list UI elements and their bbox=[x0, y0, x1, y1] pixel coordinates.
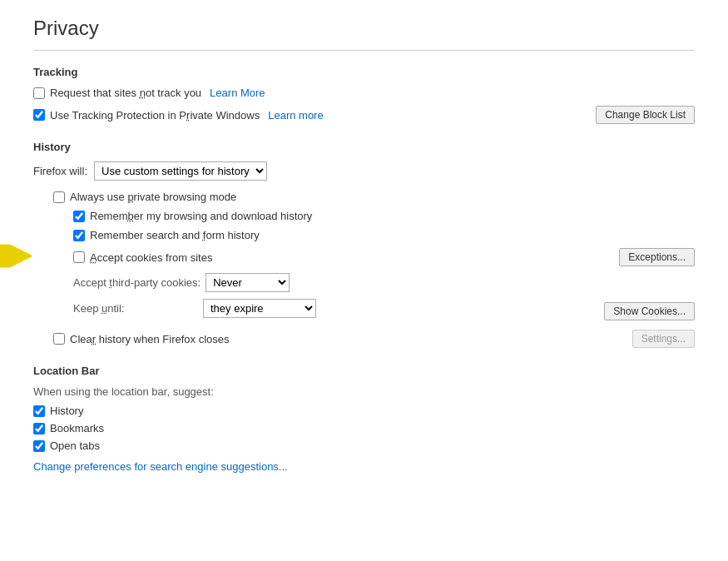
firefox-will-label: Firefox will: bbox=[33, 165, 87, 177]
always-private-row: Always use private browsing mode bbox=[53, 191, 695, 203]
open-tabs-suggestion-checkbox[interactable] bbox=[33, 440, 45, 452]
change-block-list-button[interactable]: Change Block List bbox=[596, 106, 695, 124]
clear-history-row: Clear history when Firefox closes Settin… bbox=[33, 330, 695, 348]
learn-more-link-1[interactable]: Learn More bbox=[210, 87, 265, 99]
accept-cookies-label[interactable]: Accept cookies from sites bbox=[73, 251, 212, 264]
exceptions-button[interactable]: Exceptions... bbox=[619, 248, 695, 266]
third-party-dropdown[interactable]: Never Always From visited bbox=[206, 273, 290, 292]
third-party-label: Accept third-party cookies: bbox=[73, 276, 201, 289]
remember-browsing-row: Remember my browsing and download histor… bbox=[73, 210, 695, 222]
bookmarks-suggestion-checkbox[interactable] bbox=[33, 423, 45, 434]
remember-browsing-label[interactable]: Remember my browsing and download histor… bbox=[73, 210, 312, 222]
accept-cookies-checkbox[interactable] bbox=[73, 251, 85, 263]
history-suggestion-checkbox[interactable] bbox=[33, 405, 45, 417]
accept-cookies-row: Accept cookies from sites Exceptions... bbox=[33, 248, 695, 266]
remember-browsing-checkbox[interactable] bbox=[73, 211, 85, 222]
title-divider bbox=[33, 50, 695, 51]
history-section: History Firefox will: Use custom setting… bbox=[33, 141, 695, 348]
open-tabs-suggestion-text: Open tabs bbox=[50, 439, 100, 452]
history-suggestion-label[interactable]: History bbox=[33, 405, 695, 417]
tracking-row2: Use Tracking Protection in Private Windo… bbox=[33, 106, 695, 124]
bookmarks-suggestion-text: Bookmarks bbox=[50, 422, 104, 434]
history-suggestion-text: History bbox=[50, 405, 83, 417]
accept-cookies-left: Accept cookies from sites bbox=[33, 251, 212, 264]
yellow-arrow bbox=[0, 245, 32, 271]
keep-until-row: Keep until: they expire I close Firefox … bbox=[33, 299, 695, 323]
remember-search-checkbox[interactable] bbox=[73, 230, 85, 241]
always-private-checkbox[interactable] bbox=[53, 191, 65, 203]
tracking-row1-label[interactable]: Request that sites not track you bbox=[33, 87, 201, 99]
tracking-section-title: Tracking bbox=[33, 66, 695, 78]
tracking-protection-label[interactable]: Use Tracking Protection in Private Windo… bbox=[33, 109, 260, 122]
keep-until-label: Keep until: bbox=[73, 302, 198, 315]
tracking-protection-checkbox[interactable] bbox=[33, 109, 45, 121]
location-bar-section-title: Location Bar bbox=[33, 365, 695, 377]
learn-more-link-2[interactable]: Learn more bbox=[268, 109, 323, 122]
change-prefs-link[interactable]: Change preferences for search engine sug… bbox=[33, 460, 288, 473]
remember-search-row: Remember search and form history bbox=[73, 229, 695, 241]
location-bar-description: When using the location bar, suggest: bbox=[33, 385, 695, 398]
tracking-row1: Request that sites not track you Learn M… bbox=[33, 87, 695, 99]
track-checkbox[interactable] bbox=[33, 87, 45, 99]
keep-until-dropdown[interactable]: they expire I close Firefox ask me every… bbox=[203, 299, 316, 318]
settings-button[interactable]: Settings... bbox=[632, 330, 695, 348]
open-tabs-suggestion-label[interactable]: Open tabs bbox=[33, 439, 695, 452]
location-bar-section: Location Bar When using the location bar… bbox=[33, 365, 695, 473]
clear-history-checkbox[interactable] bbox=[53, 333, 65, 345]
page-title: Privacy bbox=[33, 17, 695, 40]
show-cookies-button[interactable]: Show Cookies... bbox=[604, 302, 695, 320]
always-private-label[interactable]: Always use private browsing mode bbox=[53, 191, 236, 203]
firefox-will-row: Firefox will: Use custom settings for hi… bbox=[33, 161, 695, 181]
remember-search-label[interactable]: Remember search and form history bbox=[73, 229, 260, 241]
tracking-section: Tracking Request that sites not track yo… bbox=[33, 66, 695, 124]
history-section-title: History bbox=[33, 141, 695, 153]
history-dropdown[interactable]: Use custom settings for history Remember… bbox=[94, 161, 267, 181]
clear-history-label[interactable]: Clear history when Firefox closes bbox=[53, 333, 230, 345]
location-suggestions: History Bookmarks Open tabs bbox=[33, 405, 695, 452]
bookmarks-suggestion-label[interactable]: Bookmarks bbox=[33, 422, 695, 434]
third-party-row: Accept third-party cookies: Never Always… bbox=[73, 273, 695, 292]
